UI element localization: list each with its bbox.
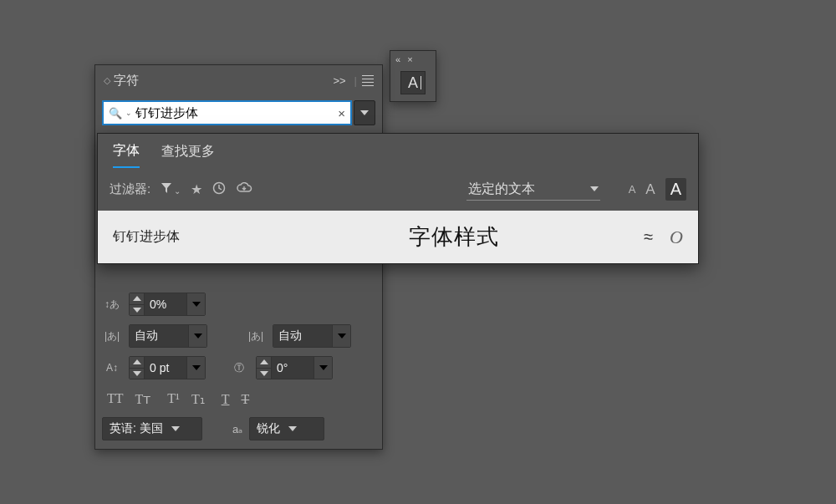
font-result-row[interactable]: 钉钉进步体 字体样式 ≈ O: [98, 211, 698, 263]
tracking-value[interactable]: 0%: [145, 293, 186, 315]
font-variable-icon: O: [670, 227, 683, 248]
kerning-left-dropdown[interactable]: [188, 325, 206, 347]
character-panel-toggle[interactable]: A: [400, 71, 426, 94]
baseline-control[interactable]: 0 pt: [129, 356, 206, 379]
antialias-select[interactable]: 锐化: [249, 417, 324, 440]
panel-menu-icon[interactable]: [362, 75, 374, 86]
clear-search-icon[interactable]: ×: [338, 106, 345, 120]
tab-find-more[interactable]: 查找更多: [161, 143, 215, 167]
character-icon-panel: « × A: [390, 50, 436, 102]
kerning-left-value[interactable]: 自动: [130, 325, 188, 347]
font-result-sample: 字体样式: [280, 222, 627, 252]
rotation-dropdown[interactable]: [314, 357, 332, 379]
grip-icon: ◇: [104, 75, 109, 86]
kerning-right-dropdown[interactable]: [332, 325, 350, 347]
underline-button[interactable]: T: [222, 392, 230, 407]
filter-favorite-icon[interactable]: ★: [191, 181, 202, 197]
collapse-icon[interactable]: «: [395, 54, 400, 64]
panel-title: 字符: [114, 73, 333, 89]
font-search-input[interactable]: [135, 106, 334, 120]
filter-funnel-icon[interactable]: ⌄: [161, 182, 181, 197]
tab-fonts[interactable]: 字体: [113, 142, 140, 168]
sample-size-medium[interactable]: A: [645, 181, 655, 198]
baseline-dropdown[interactable]: [186, 357, 205, 379]
filter-recent-icon[interactable]: [212, 181, 226, 198]
filter-label: 过滤器:: [110, 181, 150, 197]
collapse-chevrons-icon[interactable]: >>: [333, 74, 345, 87]
baseline-stepper[interactable]: [130, 357, 145, 379]
font-family-flyout: 字体 查找更多 过滤器: ⌄ ★ 选定的文本 A A A 钉钉进步体 字体样式 …: [97, 133, 699, 264]
font-search-box[interactable]: 🔍 ⌄ ×: [102, 100, 352, 125]
rotation-stepper[interactable]: [257, 357, 272, 379]
search-mode-chevron-icon[interactable]: ⌄: [125, 109, 132, 117]
font-result-name: 钉钉进步体: [113, 228, 263, 246]
language-value: 英语: 美国: [110, 421, 163, 436]
font-dropdown-button[interactable]: [354, 100, 375, 125]
antialias-icon: aₐ: [232, 423, 242, 435]
tracking-icon: ↕あ: [102, 298, 122, 312]
language-select[interactable]: 英语: 美国: [102, 417, 202, 440]
baseline-shift-icon: A↕: [102, 362, 122, 374]
superscript-button[interactable]: T¹: [167, 391, 180, 407]
kerning-right-icon: |あ|: [246, 329, 266, 344]
search-icon: 🔍: [109, 107, 122, 120]
strikethrough-button[interactable]: T: [241, 392, 249, 407]
selected-text-label: 选定的文本: [468, 181, 535, 198]
kerning-right-control[interactable]: 自动: [273, 324, 351, 348]
tracking-dropdown[interactable]: [186, 293, 205, 315]
close-icon[interactable]: ×: [407, 54, 412, 64]
rotation-control[interactable]: 0°: [256, 356, 333, 379]
tracking-control[interactable]: 0%: [129, 293, 206, 316]
baseline-value[interactable]: 0 pt: [145, 357, 186, 379]
filter-cloud-icon[interactable]: [236, 182, 252, 197]
antialias-value: 锐化: [257, 421, 280, 436]
sample-size-large[interactable]: A: [665, 178, 686, 201]
kerning-right-value[interactable]: 自动: [273, 325, 332, 347]
rotation-value[interactable]: 0°: [272, 357, 314, 379]
tracking-stepper[interactable]: [130, 293, 145, 315]
panel-title-bar[interactable]: ◇ 字符 >> |: [95, 65, 382, 95]
kerning-left-control[interactable]: 自动: [129, 324, 207, 348]
smallcaps-button[interactable]: Tᴛ: [135, 391, 151, 407]
sample-size-small[interactable]: A: [629, 183, 636, 196]
kerning-left-icon: |あ|: [102, 329, 122, 344]
allcaps-button[interactable]: TT: [107, 391, 124, 407]
selected-text-dropdown[interactable]: 选定的文本: [466, 179, 600, 201]
flyout-tabs: 字体 查找更多: [98, 134, 698, 168]
rotation-icon: Ⓣ: [229, 361, 249, 375]
subscript-button[interactable]: T₁: [191, 391, 205, 407]
font-similar-icon[interactable]: ≈: [644, 227, 653, 247]
